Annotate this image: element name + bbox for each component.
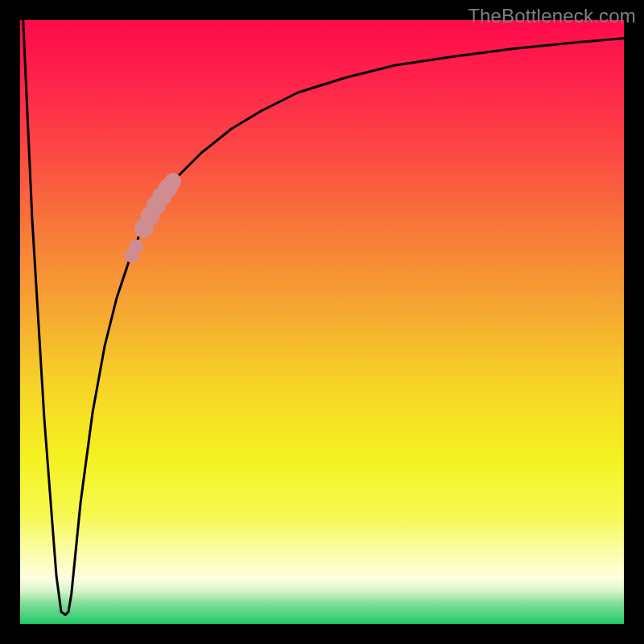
watermark-text: TheBottleneck.com [468, 5, 636, 27]
highlight-dot [129, 239, 143, 254]
chart-frame: TheBottleneck.com [0, 0, 644, 644]
plot-area [20, 20, 624, 624]
plot-svg [20, 20, 624, 624]
highlight-dot [164, 173, 181, 190]
